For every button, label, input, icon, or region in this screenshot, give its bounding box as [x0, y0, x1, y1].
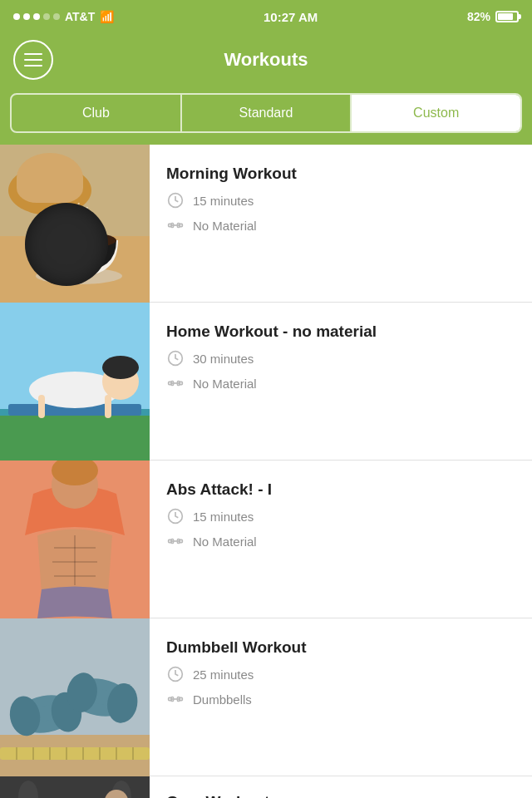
status-right: 82%: [467, 10, 519, 23]
signal-dot-5: [53, 13, 60, 20]
material-dumbbell: Dumbbells: [193, 692, 252, 707]
signal-dot-1: [13, 13, 20, 20]
workout-info-gym: Gym Workout: [150, 776, 532, 798]
material-home: No Material: [193, 377, 257, 391]
material-abs: No Material: [193, 534, 257, 549]
workout-info-home: Home Workout - no material 30 minutes: [150, 303, 532, 460]
svg-rect-15: [0, 411, 150, 461]
material-row-home: No Material: [166, 374, 515, 392]
status-bar: AT&T 📶 10:27 AM 82%: [0, 0, 532, 33]
dumbbell-icon-morning: [166, 216, 185, 234]
workout-name-home: Home Workout - no material: [166, 323, 515, 341]
dumbbell-icon-dumbbell: [166, 690, 185, 708]
workout-meta-abs: 15 minutes No Material: [166, 507, 515, 550]
duration-row-abs: 15 minutes: [166, 507, 515, 525]
signal-dot-2: [23, 13, 30, 20]
workout-thumb-gym: [0, 776, 150, 798]
duration-abs: 15 minutes: [193, 510, 254, 524]
signal-dot-3: [33, 13, 40, 20]
clock-icon-dumbbell: [166, 665, 185, 683]
workout-info-abs: Abs Attack! - I 15 minutes: [150, 461, 532, 618]
workout-name-abs: Abs Attack! - I: [166, 480, 515, 499]
page-title: Workouts: [224, 49, 308, 71]
workout-info-dumbbell: Dumbbell Workout 25 minutes: [150, 618, 532, 776]
clock-icon-home: [166, 349, 185, 367]
duration-row-morning: 15 minutes: [166, 191, 515, 209]
svg-point-6: [36, 268, 122, 284]
workout-name-morning: Morning Workout: [166, 165, 515, 183]
status-time: 10:27 AM: [264, 10, 318, 24]
svg-point-20: [102, 356, 139, 379]
tab-standard[interactable]: Standard: [182, 95, 351, 131]
svg-point-4: [14, 171, 52, 201]
app-header: Workouts: [0, 33, 532, 93]
dumbbell-icon-home: [166, 374, 185, 392]
material-row-morning: No Material: [166, 216, 515, 234]
duration-home: 30 minutes: [193, 352, 254, 366]
workout-item-morning[interactable]: Morning Workout 15 minutes: [0, 145, 532, 303]
workout-meta-morning: 15 minutes No Material: [166, 191, 515, 234]
svg-point-7: [42, 232, 116, 249]
workout-thumb-morning: [0, 145, 150, 303]
duration-morning: 15 minutes: [193, 194, 254, 208]
tab-custom[interactable]: Custom: [352, 95, 520, 131]
material-morning: No Material: [193, 219, 257, 233]
menu-button[interactable]: [13, 40, 53, 80]
dumbbell-icon-abs: [166, 532, 185, 550]
duration-dumbbell: 25 minutes: [193, 667, 254, 682]
svg-point-3: [17, 168, 83, 201]
battery-body: [495, 11, 519, 22]
workout-thumb-dumbbell: [0, 618, 150, 776]
wifi-icon: 📶: [100, 10, 114, 23]
battery-indicator: [495, 11, 519, 22]
workout-item-dumbbell[interactable]: Dumbbell Workout 25 minutes: [0, 618, 532, 776]
workout-name-dumbbell: Dumbbell Workout: [166, 638, 515, 657]
workout-meta-home: 30 minutes No Material: [166, 349, 515, 392]
svg-point-2: [8, 165, 91, 215]
signal-dots: [13, 13, 60, 20]
svg-rect-44: [0, 747, 150, 760]
workout-thumb-home: [0, 303, 150, 461]
workout-item-abs[interactable]: Abs Attack! - I 15 minutes: [0, 461, 532, 618]
svg-rect-1: [0, 236, 150, 303]
workout-meta-dumbbell: 25 minutes Dumbbells: [166, 665, 515, 708]
tab-bar: Club Standard Custom: [0, 93, 532, 145]
tab-club[interactable]: Club: [12, 95, 180, 131]
tabs-container: Club Standard Custom: [10, 93, 522, 133]
duration-row-home: 30 minutes: [166, 349, 515, 367]
material-row-dumbbell: Dumbbells: [166, 690, 515, 708]
workout-info-morning: Morning Workout 15 minutes: [150, 145, 532, 302]
clock-icon-abs: [166, 507, 185, 525]
battery-fill: [498, 13, 513, 20]
workout-item-gym[interactable]: Gym Workout: [0, 776, 532, 798]
signal-dot-4: [43, 13, 50, 20]
workout-item-home[interactable]: Home Workout - no material 30 minutes: [0, 303, 532, 461]
workout-list: Morning Workout 15 minutes: [0, 145, 532, 798]
hamburger-icon: [24, 53, 42, 66]
material-row-abs: No Material: [166, 532, 515, 550]
status-left: AT&T 📶: [13, 10, 114, 23]
clock-icon-morning: [166, 191, 185, 209]
workout-thumb-abs: [0, 461, 150, 618]
workout-name-gym: Gym Workout: [166, 793, 515, 798]
battery-percent: 82%: [467, 10, 490, 23]
carrier-label: AT&T: [65, 10, 95, 23]
duration-row-dumbbell: 25 minutes: [166, 665, 515, 683]
